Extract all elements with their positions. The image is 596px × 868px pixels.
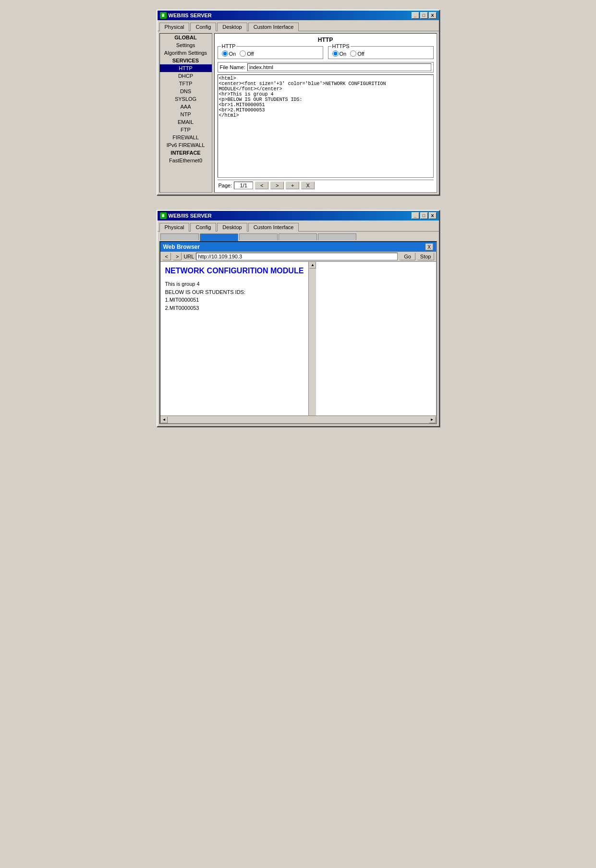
https-group-label: HTTPS bbox=[331, 43, 351, 49]
filename-row: File Name: bbox=[218, 62, 434, 73]
tab-desktop-2[interactable]: Desktop bbox=[217, 223, 247, 232]
window2-title: WEB/IIS SERVER bbox=[169, 213, 212, 219]
scroll-left-btn[interactable]: ◄ bbox=[161, 416, 168, 423]
https-group: HTTPS On Off bbox=[328, 46, 434, 59]
url-input[interactable] bbox=[196, 253, 398, 260]
browser-tab-3[interactable] bbox=[239, 233, 278, 240]
code-editor[interactable]: <html> <center><font size='+3' color='bl… bbox=[218, 74, 434, 178]
http-off-radio[interactable] bbox=[240, 50, 246, 57]
tab-config-1[interactable]: Config bbox=[190, 23, 216, 31]
browser-page-content: This is group 4 BELOW IS OUR STUDENTS ID… bbox=[165, 280, 304, 312]
tab-custom-1[interactable]: Custom Interface bbox=[248, 23, 299, 31]
sidebar-item-settings[interactable]: Settings bbox=[160, 41, 212, 49]
page-label: Page: bbox=[219, 183, 232, 188]
browser-title: Web Browser bbox=[163, 244, 200, 250]
sidebar-item-interface[interactable]: INTERFACE bbox=[160, 149, 212, 157]
delete-page-btn[interactable]: X bbox=[301, 182, 315, 189]
tab-physical-2[interactable]: Physical bbox=[159, 223, 190, 232]
sidebar-item-fastethernet[interactable]: FastEthernet0 bbox=[160, 157, 212, 164]
window1-title: WEB/IIS SERVER bbox=[169, 12, 212, 18]
prev-page-btn[interactable]: < bbox=[255, 182, 268, 189]
http-group: HTTP On Off bbox=[218, 46, 323, 59]
browser-page: NETWORK CONFIGURITION MODULE This is gro… bbox=[160, 262, 309, 416]
window2: 🖥 WEB/IIS SERVER _ □ X Physical Config D… bbox=[157, 210, 440, 427]
sidebar-item-tftp[interactable]: TFTP bbox=[160, 80, 212, 87]
go-btn[interactable]: Go bbox=[400, 253, 415, 260]
tab-config-2[interactable]: Config bbox=[190, 223, 216, 232]
title-bar-left-2: 🖥 WEB/IIS SERVER bbox=[160, 212, 212, 219]
protocol-row: HTTP On Off HTTPS O bbox=[218, 46, 434, 59]
browser-page-title: NETWORK CONFIGURITION MODULE bbox=[165, 267, 304, 275]
browser-tabs-strip bbox=[159, 233, 437, 241]
sidebar-item-ntp[interactable]: NTP bbox=[160, 110, 212, 118]
sidebar-item-aaa[interactable]: AAA bbox=[160, 103, 212, 110]
browser-title-bar: Web Browser X bbox=[160, 242, 436, 252]
title-bar-1: 🖥 WEB/IIS SERVER _ □ X bbox=[158, 11, 439, 20]
browser-tab-1[interactable] bbox=[160, 233, 199, 240]
sidebar-item-dns[interactable]: DNS bbox=[160, 87, 212, 95]
next-page-btn[interactable]: > bbox=[270, 182, 284, 189]
title-controls-2: _ □ X bbox=[412, 212, 437, 219]
http-off-label[interactable]: Off bbox=[240, 50, 254, 57]
scroll-right-btn[interactable]: ► bbox=[429, 416, 436, 423]
http-on-radio[interactable] bbox=[222, 50, 228, 57]
close-btn-1[interactable]: X bbox=[429, 12, 437, 19]
browser-tab-2[interactable] bbox=[200, 233, 238, 241]
browser-close-btn[interactable]: X bbox=[426, 244, 433, 250]
sidebar-item-http[interactable]: HTTP bbox=[160, 64, 212, 72]
scroll-up-btn[interactable]: ▲ bbox=[309, 262, 316, 269]
minimize-btn-2[interactable]: _ bbox=[412, 212, 419, 219]
http-on-label[interactable]: On bbox=[222, 50, 236, 57]
filename-label: File Name: bbox=[220, 64, 245, 70]
browser-bottom-scroll: ◄ ► bbox=[160, 416, 436, 423]
sidebar-item-dhcp[interactable]: DHCP bbox=[160, 72, 212, 80]
https-off-radio[interactable] bbox=[350, 50, 356, 57]
right-panel-1: HTTP HTTP On Off bbox=[214, 33, 437, 193]
stop-btn[interactable]: Stop bbox=[417, 253, 434, 260]
title-bar-left-1: 🖥 WEB/IIS SERVER bbox=[160, 12, 212, 19]
maximize-btn-2[interactable]: □ bbox=[420, 212, 428, 219]
browser-tab-5[interactable] bbox=[318, 233, 356, 240]
browser-tab-4[interactable] bbox=[279, 233, 317, 240]
https-on-radio[interactable] bbox=[332, 50, 339, 57]
browser-main-area: NETWORK CONFIGURITION MODULE This is gro… bbox=[160, 262, 436, 416]
filename-input[interactable] bbox=[247, 63, 431, 71]
sidebar-item-ftp[interactable]: FTP bbox=[160, 126, 212, 134]
browser-back-btn[interactable]: < bbox=[162, 253, 171, 260]
tab-physical-1[interactable]: Physical bbox=[159, 23, 190, 31]
tab-bar-2: Physical Config Desktop Custom Interface bbox=[158, 220, 439, 232]
sidebar-item-firewall[interactable]: FIREWALL bbox=[160, 134, 212, 141]
window1: 🖥 WEB/IIS SERVER _ □ X Physical Config D… bbox=[157, 10, 440, 196]
window2-content: Web Browser X < > URL Go Stop NETWORK CO… bbox=[158, 232, 439, 426]
http-radio-row: On Off bbox=[222, 50, 319, 57]
page-line1: This is group 4 bbox=[165, 280, 304, 288]
http-group-label: HTTP bbox=[221, 43, 237, 49]
panel-title-1: HTTP bbox=[218, 37, 434, 43]
title-bar-2: 🖥 WEB/IIS SERVER _ □ X bbox=[158, 211, 439, 220]
app-icon-2: 🖥 bbox=[160, 212, 167, 219]
add-page-btn[interactable]: + bbox=[286, 182, 299, 189]
page-line3: 1.MIT0000051 bbox=[165, 296, 304, 304]
sidebar-item-email[interactable]: EMAIL bbox=[160, 118, 212, 126]
sidebar-item-algorithm[interactable]: Algorithm Settings bbox=[160, 49, 212, 57]
https-on-label[interactable]: On bbox=[332, 50, 347, 57]
tab-desktop-1[interactable]: Desktop bbox=[217, 23, 247, 31]
sidebar-1: GLOBAL Settings Algorithm Settings SERVI… bbox=[159, 33, 212, 193]
sidebar-item-global[interactable]: GLOBAL bbox=[160, 34, 212, 41]
tab-custom-2[interactable]: Custom Interface bbox=[248, 223, 299, 232]
minimize-btn-1[interactable]: _ bbox=[412, 12, 419, 19]
browser-forward-btn[interactable]: > bbox=[173, 253, 182, 260]
maximize-btn-1[interactable]: □ bbox=[420, 12, 428, 19]
https-off-label[interactable]: Off bbox=[350, 50, 364, 57]
browser-scroll-right[interactable]: ▲ bbox=[308, 262, 316, 416]
page-input[interactable] bbox=[234, 182, 253, 189]
page-line2: BELOW IS OUR STUDENTS IDS: bbox=[165, 288, 304, 296]
browser-frame: Web Browser X < > URL Go Stop NETWORK CO… bbox=[159, 241, 437, 424]
close-btn-2[interactable]: X bbox=[429, 212, 437, 219]
sidebar-item-ipv6firewall[interactable]: IPv6 FIREWALL bbox=[160, 141, 212, 149]
page-line4: 2.MIT0000053 bbox=[165, 304, 304, 312]
title-controls-1: _ □ X bbox=[412, 12, 437, 19]
sidebar-item-services[interactable]: SERVICES bbox=[160, 57, 212, 64]
bottom-bar-1: Page: < > + X bbox=[218, 180, 434, 189]
sidebar-item-syslog[interactable]: SYSLOG bbox=[160, 95, 212, 103]
